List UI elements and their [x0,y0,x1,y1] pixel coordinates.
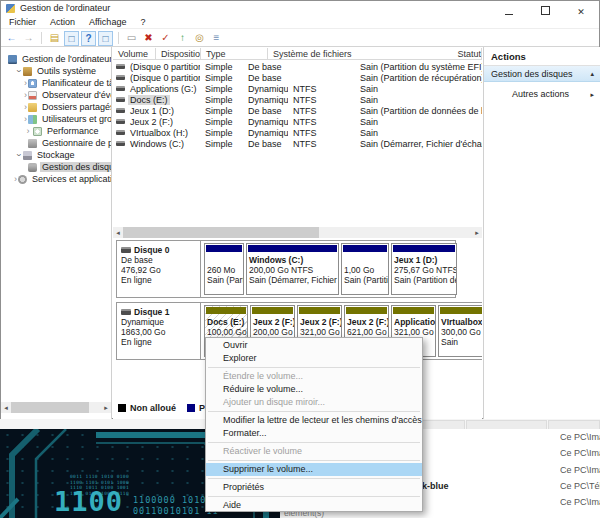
legend-swatch [187,404,195,412]
partition[interactable]: Windows (C:) 200,00 Go NTFS Sain (Démarr… [246,243,339,295]
collapse-icon[interactable]: ▴ [590,66,594,82]
context-menu-item[interactable]: Modifier la lettre de lecteur et les che… [206,414,422,427]
column-header[interactable]: Type [201,48,268,59]
partition-name: Applications [392,317,435,327]
close-button[interactable] [563,1,599,16]
context-menu-item[interactable]: Ouvrir [206,339,422,352]
sidebar-item[interactable]: Dossiers partagés [1,101,111,113]
table-row[interactable]: (Disque 0 partition 4) Simple De base Sa… [113,72,482,83]
sidebar-item-label: Utilisateurs et groupes l [40,114,112,124]
tree-horizontal-scrollbar[interactable]: ◂ ▸ [1,402,111,413]
minimize-button[interactable] [491,1,527,16]
chevron-icon[interactable] [14,150,22,160]
column-header[interactable]: Système de fichiers [268,48,452,59]
chevron-icon[interactable] [24,114,27,124]
chevron-icon[interactable] [24,102,27,112]
toolbar-icon[interactable]: ≡ [209,31,224,46]
context-menu-item[interactable]: Propriétés [206,481,422,494]
tree-item-icon [28,79,37,88]
volume-list-horizontal-scrollbar[interactable]: ◂ ▸ [113,227,482,238]
maximize-button[interactable] [527,1,563,16]
menu-bar-item[interactable]: Action [50,17,75,27]
volume-name: (Disque 0 partition 4) [128,73,200,83]
explorer-item[interactable]: Ce PC\Imag [560,497,600,513]
chevron-icon[interactable] [24,126,32,136]
context-menu-item[interactable]: Réactiver le volume [206,445,422,458]
column-header[interactable]: Volume [113,48,156,59]
context-menu-item[interactable]: Ajouter un disque miroir... [206,396,422,409]
explorer-item[interactable]: Ce PC\Imag [560,448,600,464]
scroll-left-icon[interactable]: ◂ [113,227,123,238]
scrollbar-thumb[interactable] [11,402,89,413]
volume-context-menu: Ouvrir Explorer Étendre le volume... Réd… [205,337,423,512]
volume-filesystem: NTFS [288,117,355,127]
scrollbar-thumb[interactable] [123,227,319,238]
sidebar-item[interactable]: Planificateur de tâches [1,77,111,89]
table-row[interactable]: Jeux 1 (D:) Simple De base NTFS Sain (Pa… [113,105,482,116]
toolbar-icon[interactable]: ↑ [175,31,190,46]
scroll-left-icon[interactable]: ◂ [1,402,11,413]
context-menu-item[interactable]: Réduire le volume... [206,383,422,396]
context-menu-item[interactable]: Formater... [206,427,422,440]
context-menu-item[interactable]: Supprimer le volume... [206,463,422,476]
actions-group-header[interactable]: Gestion des disques ▴ [484,66,600,82]
toolbar-icon[interactable]: → [21,31,36,46]
menu-bar-item[interactable]: Fichier [9,17,36,27]
sidebar-item[interactable]: Gestion des disques [1,161,111,173]
context-menu-item[interactable]: Aide [206,499,422,512]
partition[interactable]: 260 Mo Sain (Part [204,243,244,295]
disk-name: Disque 0 [134,245,169,255]
other-actions-item[interactable]: Autres actions ▸ [484,88,600,101]
sidebar-item[interactable]: Gestionnaire de périphé [1,137,111,149]
explorer-item[interactable]: Ce PC\Imag [560,432,600,448]
sidebar-item[interactable]: Outils système [1,65,111,77]
partition-size: 621,00 Go NT [345,327,388,337]
column-header[interactable]: Disposition [156,48,201,59]
explorer-item[interactable]: Ce PC\Imag [560,465,600,481]
partition[interactable]: VIrtualbox ( 300,00 Go NT Sain [438,305,482,357]
toolbar-icon[interactable]: ▤ [47,31,62,46]
toolbar-icon[interactable]: ◎ [192,31,207,46]
column-header[interactable]: Statut [452,48,482,59]
menu-bar: FichierActionAffichage? [1,15,599,28]
menu-bar-item[interactable]: Affichage [89,17,126,27]
partition[interactable]: Jeux 1 (D:) 275,67 Go NTFS Sain (Partiti… [391,243,457,295]
sidebar-item[interactable]: Stockage [1,149,111,161]
context-menu-item[interactable]: Étendre le volume... [206,370,422,383]
context-menu-item-label: Explorer [223,353,257,363]
sidebar-item[interactable]: Performance [1,125,111,137]
sidebar-item[interactable]: Observateur d'événeme [1,89,111,101]
wallpaper-big-number: 1100 [54,486,123,517]
toolbar-icon[interactable]: ✖ [141,31,156,46]
toolbar-icon[interactable]: ✓ [158,31,173,46]
table-row[interactable]: VIrtualbox (H:) Simple Dynamique NTFS Sa… [113,127,482,138]
sidebar-item[interactable]: Utilisateurs et groupes l [1,113,111,125]
explorer-item[interactable]: Ce PC\Téléc [560,481,600,497]
sidebar-item[interactable]: Gestion de l'ordinateur (local) [1,53,111,65]
chevron-icon[interactable] [14,66,22,76]
chevron-icon[interactable] [24,78,27,88]
chevron-icon[interactable] [24,90,27,100]
sidebar-item[interactable]: Services et applications [1,173,111,185]
toolbar-icon[interactable]: ? [81,31,96,46]
volume-table: (Disque 0 partition 1) Simple De base Sa… [113,61,482,149]
toolbar-icon[interactable]: ▭ [124,31,139,46]
scroll-right-icon[interactable]: ▸ [472,227,482,238]
chevron-icon[interactable] [14,174,17,184]
context-menu-item[interactable]: Explorer [206,352,422,365]
toolbar-icon[interactable]: ← [4,31,19,46]
menu-bar-item[interactable]: ? [140,17,145,27]
partition-name [342,255,388,265]
table-row[interactable]: (Disque 0 partition 1) Simple De base Sa… [113,61,482,72]
table-row[interactable]: Applications (G:) Simple Dynamique NTFS … [113,83,482,94]
toolbar-icon[interactable]: □ [98,31,113,46]
scroll-right-icon[interactable]: ▸ [101,402,111,413]
table-row[interactable]: Docs (E:) Simple Dynamique NTFS Sain [113,94,482,105]
table-row[interactable]: Jeux 2 (F:) Simple Dynamique NTFS Sain [113,116,482,127]
volume-type: Dynamique [243,84,288,94]
partition[interactable]: 1,00 Go Sain (Partitio [341,243,389,295]
disk-0-label[interactable]: Disque 0 De base476,92 GoEn ligne [117,241,201,297]
disk-1-label[interactable]: Disque 1 Dynamique1863,00 GoEn ligne [117,303,201,359]
table-row[interactable]: Windows (C:) Simple De base NTFS Sain (D… [113,138,482,149]
toolbar-icon[interactable]: □ [64,31,79,46]
